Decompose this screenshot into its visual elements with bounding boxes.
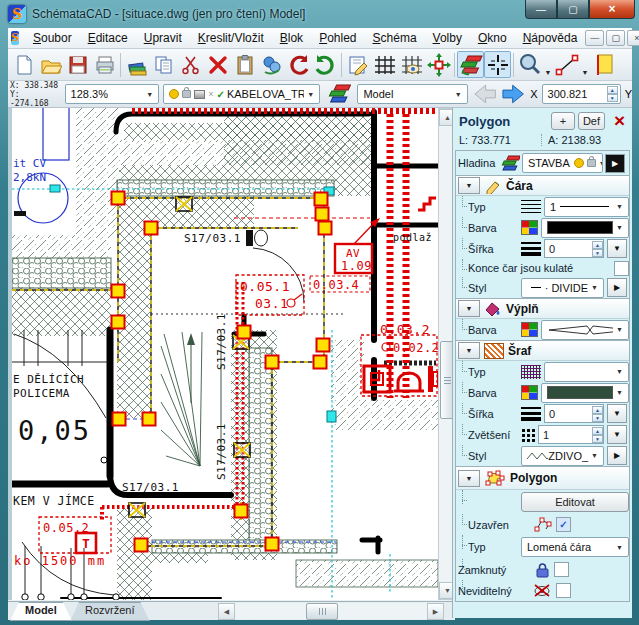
section-line[interactable]: ▼ Čára: [456, 175, 629, 196]
copy-button[interactable]: [150, 51, 177, 78]
vertex-handle[interactable]: [266, 538, 279, 551]
vertex-handle[interactable]: [113, 413, 126, 426]
line-type-combo[interactable]: 1▼: [544, 197, 629, 217]
line-width-dropdown[interactable]: ▼: [607, 239, 627, 258]
maximize-button[interactable]: ▢: [557, 0, 589, 19]
vertex-handle[interactable]: [314, 356, 327, 369]
crosshair-button[interactable]: [484, 51, 511, 78]
default-button[interactable]: Def: [578, 112, 605, 130]
hatch-style-next[interactable]: ▶: [607, 446, 627, 465]
tab-rozvrzeni[interactable]: Rozvržení: [70, 602, 150, 621]
section-polygon[interactable]: ▼ Polygon: [456, 466, 629, 490]
menu-upravit[interactable]: Upravit: [136, 29, 190, 47]
line-style-combo[interactable]: · DIVIDE▼: [521, 278, 604, 298]
edit-polygon-button[interactable]: Editovat: [521, 492, 629, 512]
vertex-handle[interactable]: [319, 222, 332, 235]
vertex-handle[interactable]: [315, 193, 328, 206]
vertex-handle[interactable]: [112, 192, 125, 205]
horizontal-scroll-thumb[interactable]: [306, 603, 338, 620]
drawing-canvas[interactable]: S17/03.1 S17/03.1 S17/03.1 S17/03.1 podl…: [8, 108, 438, 600]
locked-checkbox[interactable]: [554, 562, 569, 577]
hatch-scale-dropdown[interactable]: ▼: [607, 425, 627, 444]
cut-button[interactable]: [177, 51, 204, 78]
vertex-handle[interactable]: [238, 326, 251, 339]
collapse-hatch-icon[interactable]: ▼: [458, 342, 480, 359]
menu-schma[interactable]: Schéma: [365, 29, 425, 47]
hatch-width-dropdown[interactable]: ▼: [607, 404, 627, 423]
undo-button[interactable]: [285, 51, 312, 78]
vertex-handle[interactable]: [143, 413, 156, 426]
section-hatch[interactable]: ▼ Šraf: [456, 340, 629, 361]
titlebar[interactable]: S SchémataCAD - [situace.dwg (jen pro čt…: [0, 0, 639, 28]
menu-editace[interactable]: Editace: [80, 29, 136, 47]
forward-button[interactable]: [501, 84, 526, 104]
mdi-restore-button[interactable]: ▢: [606, 30, 625, 46]
collapse-polygon-icon[interactable]: ▼: [458, 470, 480, 487]
edit-sheet-button[interactable]: [344, 51, 371, 78]
invisible-checkbox[interactable]: [556, 583, 571, 598]
mdi-minimize-button[interactable]: —: [585, 30, 604, 46]
menu-volby[interactable]: Volby: [425, 29, 470, 47]
vertex-handle[interactable]: [235, 505, 248, 518]
redo-button[interactable]: [312, 51, 339, 78]
close-button[interactable]: ×: [589, 0, 635, 19]
mdi-close-button[interactable]: ×: [627, 30, 639, 46]
back-button[interactable]: [472, 84, 497, 104]
vertex-handle[interactable]: [266, 356, 279, 369]
vertex-handle[interactable]: [317, 339, 330, 352]
menu-soubor[interactable]: Soubor: [25, 29, 80, 47]
new-file-button[interactable]: [10, 51, 37, 78]
menu-okno[interactable]: Okno: [470, 29, 515, 47]
zoom-button[interactable]: [516, 51, 543, 78]
polygon-type-combo[interactable]: Lomená čára▼: [521, 537, 629, 557]
document-icon[interactable]: S: [11, 31, 19, 45]
insert-symbols-button[interactable]: [258, 51, 285, 78]
layer-manager-button[interactable]: [324, 82, 353, 106]
library-button[interactable]: [123, 51, 150, 78]
tab-model[interactable]: Model: [10, 602, 72, 621]
open-file-button[interactable]: [37, 51, 64, 78]
fill-color-combo[interactable]: ▼: [541, 320, 629, 340]
zoom-dropdown[interactable]: ▼: [543, 50, 553, 80]
round-ends-checkbox[interactable]: [614, 261, 629, 276]
layer-combo[interactable]: × ✓ KABELOVA_TRAS ▼: [163, 84, 320, 104]
section-fill[interactable]: ▼ Výplň: [456, 298, 629, 319]
vertex-handle[interactable]: [112, 316, 125, 329]
zoom-combo[interactable]: 128.3%▼: [65, 84, 160, 104]
scroll-left-button[interactable]: ◀: [218, 603, 235, 620]
line-style-next[interactable]: ▶: [607, 278, 627, 297]
line-color-combo[interactable]: ▼: [541, 218, 629, 238]
layers-button[interactable]: [457, 51, 484, 78]
collapse-fill-icon[interactable]: ▼: [458, 300, 480, 317]
hatch-color-combo[interactable]: ▼: [541, 383, 629, 403]
vertex-handle[interactable]: [316, 208, 329, 221]
grid-visibility-button[interactable]: [398, 51, 425, 78]
menu-blok[interactable]: Blok: [272, 29, 311, 47]
menu-kreslitvloit[interactable]: Kreslit/Vložit: [190, 29, 272, 47]
hatch-style-combo[interactable]: ZDIVO_▼: [521, 446, 604, 466]
line-width-input[interactable]: 0▲▼: [544, 239, 604, 258]
add-button[interactable]: +: [551, 112, 575, 130]
layer-select-combo[interactable]: STAVBA ▼: [522, 153, 603, 173]
horizontal-scrollbar[interactable]: ◀ ▶: [218, 603, 444, 619]
scroll-right-button[interactable]: ▶: [427, 603, 444, 620]
print-button[interactable]: [91, 51, 118, 78]
paste-button[interactable]: [231, 51, 258, 78]
delete-button[interactable]: [204, 51, 231, 78]
menu-pohled[interactable]: Pohled: [311, 29, 364, 47]
line-dropdown[interactable]: ▼: [580, 50, 590, 80]
collapse-line-icon[interactable]: ▼: [458, 177, 480, 194]
vertex-handle[interactable]: [145, 222, 158, 235]
vertex-handle[interactable]: [135, 539, 148, 552]
layer-next-button[interactable]: ▶: [605, 154, 625, 173]
menu-npovda[interactable]: Nápověda: [515, 29, 586, 47]
grid-button[interactable]: [371, 51, 398, 78]
hatch-width-input[interactable]: 0▲▼: [544, 404, 604, 423]
line-tool-button[interactable]: [553, 51, 580, 78]
vertex-handle[interactable]: [112, 285, 125, 298]
hatch-scale-input[interactable]: 1▲▼: [538, 425, 604, 444]
space-combo[interactable]: Model▼: [357, 84, 467, 104]
closed-checkbox[interactable]: ✓: [556, 517, 571, 532]
x-coordinate-input[interactable]: 300.821 ▲▼: [542, 84, 621, 104]
move-origin-button[interactable]: [425, 51, 452, 78]
